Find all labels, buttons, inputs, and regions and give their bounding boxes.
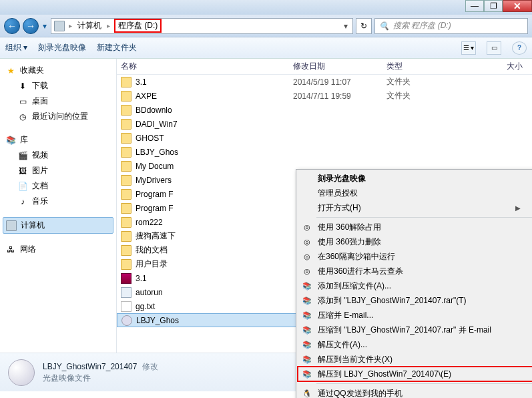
refresh-button[interactable]: ↻ [356, 18, 372, 34]
address-dropdown[interactable]: ▾ [340, 20, 351, 32]
file-type: 文件夹 [386, 90, 447, 102]
file-row[interactable]: GHOST [117, 131, 532, 145]
file-name: MyDrivers [136, 176, 172, 185]
menu-item[interactable]: ◎使用 360解除占用 [298, 220, 532, 234]
maximize-button[interactable]: ❐ [484, 0, 503, 12]
help-button[interactable]: ? [512, 41, 527, 55]
breadcrumb-drive[interactable]: 程序盘 (D:) [114, 19, 162, 33]
picture-icon: 🖼 [17, 166, 28, 176]
menu-item-icon: ◎ [302, 251, 312, 262]
file-row[interactable]: AXPE2014/7/11 19:59文件夹 [117, 89, 532, 103]
file-name: LBJY_Ghos [136, 316, 179, 325]
forward-button[interactable]: → [23, 18, 39, 34]
sidebar-music[interactable]: ♪音乐 [3, 194, 113, 209]
column-date[interactable]: 修改日期 [293, 61, 386, 72]
menu-item[interactable]: 📚压缩到 "LBJY_GhostWin7_201407.rar" 并 E-mai… [298, 323, 532, 337]
file-icon [121, 231, 131, 242]
column-name[interactable]: 名称 [121, 61, 293, 72]
preview-pane-button[interactable]: ▭ [487, 41, 501, 55]
menu-item[interactable]: 📚解压到当前文件夹(X) [298, 352, 532, 367]
menu-item-label: 添加到压缩文件(A)... [318, 280, 391, 292]
menu-item-label: 解压到当前文件夹(X) [318, 354, 392, 365]
star-icon: ★ [5, 65, 16, 76]
navigation-pane: ★收藏夹 ⬇下载 ▭桌面 ◷最近访问的位置 📚库 🎬视频 🖼图片 📄文档 ♪音乐… [0, 59, 117, 353]
menu-item[interactable]: 刻录光盘映像 [298, 171, 532, 186]
desktop-icon: ▭ [17, 96, 28, 107]
close-button[interactable]: ✕ [503, 0, 532, 12]
sidebar-documents[interactable]: 📄文档 [3, 178, 113, 194]
file-list-pane: 名称 修改日期 类型 大小 3.12014/5/19 11:07文件夹AXPE2… [117, 59, 532, 353]
burn-button[interactable]: 刻录光盘映像 [38, 42, 86, 53]
file-row[interactable]: BDdownlo [117, 103, 532, 117]
computer-icon [6, 220, 17, 231]
file-icon [121, 301, 131, 312]
new-folder-button[interactable]: 新建文件夹 [97, 42, 137, 53]
menu-item[interactable]: 管理员授权 [298, 186, 532, 200]
file-row[interactable]: DADI_Win7 [117, 117, 532, 131]
minimize-button[interactable]: — [465, 0, 484, 12]
menu-item[interactable]: 打开方式(H)▶ [298, 200, 532, 215]
sidebar-libraries[interactable]: 📚库 [3, 132, 113, 148]
download-icon: ⬇ [17, 81, 28, 91]
menu-item-icon: 📚 [302, 295, 312, 306]
menu-item[interactable]: 📚解压文件(A)... [298, 337, 532, 352]
sidebar-videos[interactable]: 🎬视频 [3, 148, 113, 163]
menu-item[interactable]: 📚解压到 LBJY_GhostWin7_201407\(E) [298, 367, 532, 381]
file-date: 2014/7/11 19:59 [293, 91, 386, 101]
file-row[interactable]: 3.12014/5/19 11:07文件夹 [117, 75, 532, 89]
details-subtitle: 光盘映像文件 [43, 373, 158, 384]
sidebar-favorites[interactable]: ★收藏夹 [3, 63, 113, 78]
file-row[interactable]: LBJY_Ghos [117, 145, 532, 159]
address-field[interactable]: ▸ 计算机 ▸ 程序盘 (D:) ▾ [51, 18, 353, 34]
menu-item-icon: 📚 [302, 280, 312, 291]
menu-item[interactable]: ◎使用360进行木马云查杀 [298, 264, 532, 278]
file-name: 3.1 [136, 77, 147, 87]
file-icon [121, 189, 131, 200]
music-icon: ♪ [17, 196, 28, 207]
network-icon: 🖧 [5, 244, 16, 255]
file-icon [121, 119, 131, 130]
sidebar-desktop[interactable]: ▭桌面 [3, 93, 113, 109]
column-size[interactable]: 大小 [447, 61, 532, 72]
file-icon [121, 287, 131, 298]
column-headers: 名称 修改日期 类型 大小 [117, 59, 532, 75]
menu-item[interactable]: ◎使用 360强力删除 [298, 234, 532, 249]
document-icon: 📄 [17, 181, 28, 192]
menu-item-icon: 📚 [302, 310, 312, 321]
menu-item[interactable]: 📚添加到 "LBJY_GhostWin7_201407.rar"(T) [298, 293, 532, 308]
file-name: LBJY_Ghos [136, 148, 178, 157]
toolbar: 组织 ▾ 刻录光盘映像 新建文件夹 ☰ ▾ ▭ ? [0, 37, 532, 59]
sidebar-pictures[interactable]: 🖼图片 [3, 163, 113, 178]
breadcrumb-sep: ▸ [69, 22, 72, 29]
file-name: Program F [136, 204, 174, 213]
sidebar-network[interactable]: 🖧网络 [3, 242, 113, 257]
menu-item[interactable]: 📚压缩并 E-mail... [298, 308, 532, 323]
breadcrumb-computer[interactable]: 计算机 [76, 20, 103, 31]
file-icon [121, 259, 131, 270]
search-box[interactable]: 🔍 搜索 程序盘 (D:) [374, 18, 528, 34]
menu-item[interactable]: ◎在360隔离沙箱中运行 [298, 249, 532, 264]
menu-item-label: 压缩到 "LBJY_GhostWin7_201407.rar" 并 E-mail [318, 325, 491, 336]
file-name: 3.1 [136, 274, 147, 283]
menu-item-icon: 📚 [302, 369, 312, 379]
sidebar-downloads[interactable]: ⬇下载 [3, 78, 113, 93]
menu-item[interactable]: 📚添加到压缩文件(A)... [298, 278, 532, 293]
menu-item[interactable]: 🐧通过QQ发送到我的手机 [298, 386, 532, 398]
back-button[interactable]: ← [4, 18, 20, 34]
menu-item-icon: 📚 [302, 325, 312, 335]
menu-item-label: 在360隔离沙箱中运行 [318, 251, 395, 262]
history-dropdown[interactable]: ▾ [41, 18, 48, 34]
view-options-button[interactable]: ☰ ▾ [461, 41, 476, 55]
menu-item-icon: ◎ [302, 222, 312, 232]
sidebar-computer[interactable]: 计算机 [3, 217, 113, 234]
file-name: 搜狗高速下 [136, 230, 176, 242]
menu-item-label: 使用 360强力删除 [318, 236, 381, 248]
breadcrumb-sep: ▸ [107, 22, 110, 29]
menu-item-label: 解压文件(A)... [318, 339, 367, 351]
file-icon [121, 133, 131, 144]
sidebar-recent[interactable]: ◷最近访问的位置 [3, 109, 113, 124]
column-type[interactable]: 类型 [386, 61, 447, 72]
organize-menu[interactable]: 组织 ▾ [5, 42, 27, 53]
address-bar: ← → ▾ ▸ 计算机 ▸ 程序盘 (D:) ▾ ↻ 🔍 搜索 程序盘 (D:) [0, 15, 532, 37]
drive-icon [54, 21, 65, 31]
